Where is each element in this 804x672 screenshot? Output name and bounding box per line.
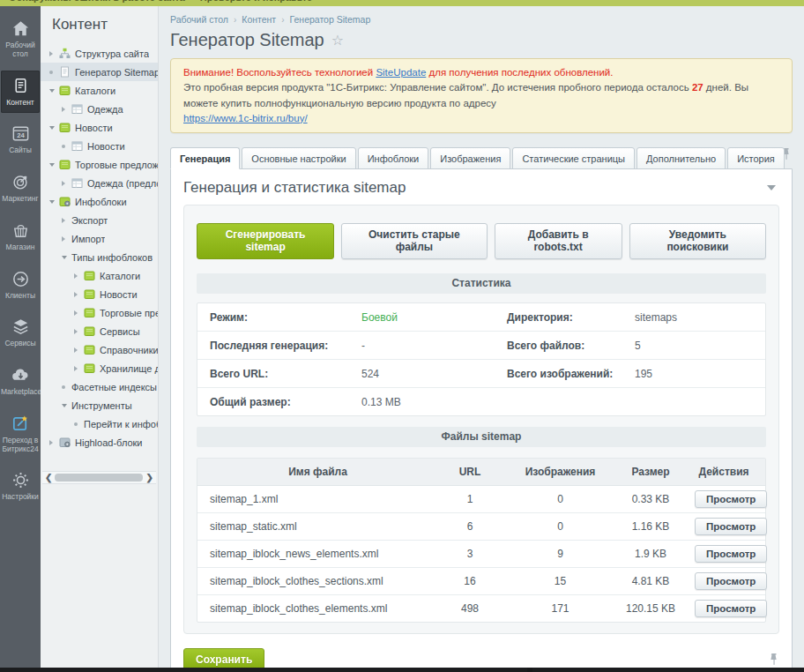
- sidebar-nav-item[interactable]: Рабочий стол: [0, 13, 41, 65]
- tree-expand-marker[interactable]: [74, 366, 84, 371]
- tree-expand-marker[interactable]: [62, 218, 71, 223]
- tree-expand-marker[interactable]: [62, 404, 71, 407]
- tree-expand-marker[interactable]: [62, 181, 71, 186]
- sidebar-nav-item[interactable]: Настройки: [0, 465, 41, 508]
- scroll-left-icon[interactable]: ❮: [45, 474, 52, 482]
- tree-expand-marker[interactable]: [62, 256, 71, 259]
- tree-expand-marker[interactable]: [74, 422, 84, 426]
- stat-label: Всего изображений:: [507, 368, 635, 380]
- tree-expand-marker[interactable]: [49, 200, 59, 204]
- trial-days-left: 27: [692, 82, 704, 93]
- tree-item[interactable]: Фасетные индексы: [41, 377, 158, 396]
- tree-expand-marker[interactable]: [49, 163, 59, 167]
- clean-old-files-button[interactable]: Очистить старые файлы: [341, 223, 487, 259]
- sidebar-nav-item[interactable]: Маркетинг: [0, 167, 41, 210]
- tree-item-label: Новости: [87, 141, 125, 152]
- tree-expand-marker[interactable]: [62, 107, 71, 112]
- tree-item[interactable]: Торговые предложения: [41, 303, 158, 322]
- tree-item[interactable]: Сервисы: [41, 322, 158, 340]
- sidebar-nav-item[interactable]: Клиенты: [0, 264, 41, 307]
- tree-item[interactable]: Перейти к инфоблоку /: [41, 414, 158, 433]
- page-title: Генератор Sitemap: [170, 30, 324, 50]
- site-error-alert-bar[interactable]: Обнаружены ошибки в работе сайта — Прове…: [0, 0, 804, 6]
- tree-item-label: Хранилище данных: [100, 363, 158, 374]
- tab[interactable]: Основные настройки: [242, 147, 355, 169]
- sidebar-nav-item[interactable]: Магазин: [0, 215, 41, 258]
- tree-item[interactable]: Торговые предложения: [41, 155, 158, 174]
- tree-item-label: Справочники: [100, 345, 158, 355]
- tree-item[interactable]: Типы инфоблоков: [41, 248, 158, 266]
- tree-item[interactable]: Хранилище данных: [41, 359, 158, 377]
- add-to-robots-button[interactable]: Добавить в robots.txt: [495, 223, 622, 259]
- tree-expand-marker[interactable]: [74, 292, 84, 297]
- tree-item[interactable]: Новости: [41, 118, 158, 137]
- tree-expand-marker[interactable]: [62, 145, 71, 148]
- tree-item[interactable]: Экспорт: [41, 211, 158, 229]
- tree-item[interactable]: Одежда: [41, 100, 158, 118]
- generate-sitemap-button[interactable]: Сгенерировать sitemap: [197, 223, 334, 259]
- tree-item[interactable]: Структура сайта: [41, 44, 158, 63]
- breadcrumb-link-desktop[interactable]: Рабочий стол: [170, 14, 228, 25]
- tree-item[interactable]: Новости: [41, 285, 158, 303]
- tree-item[interactable]: Одежда (предложения): [41, 174, 158, 192]
- tree-expand-marker[interactable]: [49, 51, 59, 56]
- siteupdate-link[interactable]: SiteUpdate: [376, 67, 426, 78]
- tree-expand-marker[interactable]: [74, 347, 84, 353]
- tree-expand-marker[interactable]: [49, 440, 59, 445]
- tree-item-icon: [59, 48, 71, 59]
- view-file-button[interactable]: Просмотр: [695, 572, 767, 590]
- tree-item[interactable]: Инструменты: [41, 396, 158, 414]
- breadcrumb-current[interactable]: Генератор Sitemap: [290, 14, 371, 25]
- tree-item[interactable]: Каталоги: [41, 81, 158, 100]
- sidebar-nav-item[interactable]: Marketplace: [0, 360, 41, 403]
- tree-item[interactable]: Импорт: [41, 229, 158, 248]
- generation-form-area: Сгенерировать sitemap Очистить старые фа…: [183, 205, 779, 634]
- tree-expand-marker[interactable]: [49, 71, 59, 74]
- tab[interactable]: Инфоблоки: [358, 147, 429, 169]
- tree-expand-marker[interactable]: [74, 310, 84, 316]
- breadcrumb-link-content[interactable]: Контент: [242, 14, 276, 25]
- tree-expand-marker[interactable]: [49, 89, 59, 93]
- tab[interactable]: Статические страницы: [512, 147, 635, 169]
- tree-item[interactable]: Highload-блоки: [41, 433, 158, 452]
- tree-item[interactable]: Каталоги: [41, 266, 158, 285]
- tab[interactable]: Изображения: [430, 147, 510, 169]
- tree-item[interactable]: Новости: [41, 137, 158, 155]
- buy-link[interactable]: https://www.1c-bitrix.ru/buy/: [183, 113, 308, 123]
- tree-expand-marker[interactable]: [74, 329, 84, 334]
- breadcrumb-separator: ›: [234, 15, 236, 25]
- tab[interactable]: Генерация: [170, 147, 240, 169]
- sidebar-nav-label: Маркетинг: [1, 195, 40, 204]
- tree-item[interactable]: Генератор Sitemap: [41, 63, 158, 81]
- tree-item[interactable]: Инфоблоки: [41, 192, 158, 211]
- tree-item-icon: [59, 437, 71, 448]
- scrollbar-thumb[interactable]: [55, 474, 143, 482]
- sidebar-nav-item[interactable]: Сайты: [0, 118, 41, 161]
- tree-expand-marker[interactable]: [49, 126, 59, 130]
- file-size: 4.81 KB: [607, 575, 695, 587]
- view-file-button[interactable]: Просмотр: [695, 518, 767, 535]
- collapse-section-icon[interactable]: [767, 185, 776, 190]
- warning-prefix: Внимание! Воспользуйтесь технологией: [183, 67, 376, 78]
- notify-search-engines-button[interactable]: Уведомить поисковики: [629, 223, 766, 259]
- tree-item-label: Фасетные индексы: [71, 382, 157, 392]
- tab[interactable]: История: [727, 147, 785, 169]
- scroll-right-icon[interactable]: ❯: [146, 474, 153, 482]
- view-file-button[interactable]: Просмотр: [695, 600, 767, 617]
- save-button[interactable]: Сохранить: [183, 648, 264, 668]
- sidebar-nav-item[interactable]: Переход в Битрикс24: [0, 408, 41, 460]
- tab[interactable]: Дополнительно: [636, 147, 726, 169]
- view-file-button[interactable]: Просмотр: [695, 490, 767, 508]
- favorite-star-icon[interactable]: ☆: [331, 32, 344, 49]
- tree-expand-marker[interactable]: [62, 236, 71, 242]
- file-image-count: 0: [514, 493, 607, 505]
- sidebar-nav-item[interactable]: Контент: [1, 71, 40, 114]
- pin-icon[interactable]: [769, 653, 779, 667]
- sidebar-nav-item[interactable]: Сервисы: [0, 311, 41, 355]
- tree-horizontal-scrollbar[interactable]: ❮ ❯: [42, 471, 156, 484]
- view-file-button[interactable]: Просмотр: [695, 545, 767, 563]
- tree-expand-marker[interactable]: [62, 385, 71, 389]
- files-table-header: Имя файла URL Изображения Размер Действи…: [197, 459, 765, 486]
- tree-expand-marker[interactable]: [74, 273, 84, 279]
- tree-item[interactable]: Справочники: [41, 340, 158, 359]
